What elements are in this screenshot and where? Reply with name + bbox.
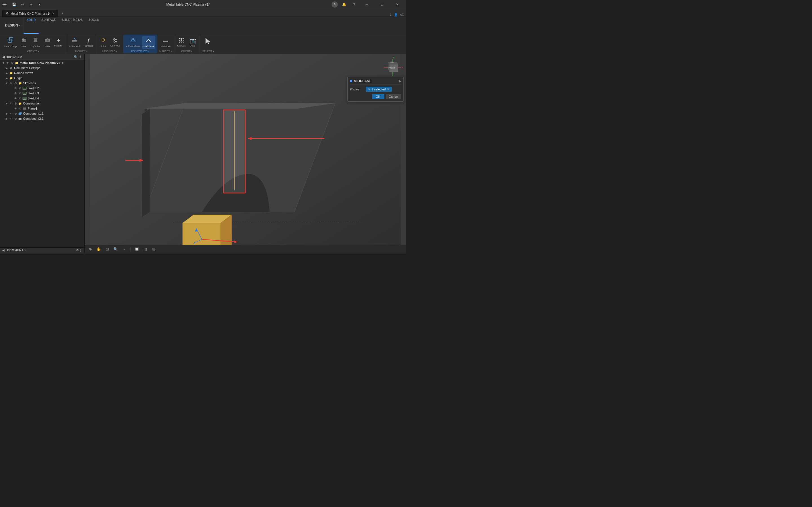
tree-arrow-doc[interactable]: ▶	[4, 66, 9, 69]
sketch2-settings-icon[interactable]: ⚙	[18, 86, 22, 90]
eye-icon[interactable]: 👁	[6, 61, 10, 65]
browser-more-icon[interactable]: ⋮	[79, 55, 82, 59]
tree-item-sketch4[interactable]: ▶ 👁 ⚙ Sketch4	[0, 96, 84, 101]
construction-eye-icon[interactable]: 👁	[9, 101, 13, 105]
app-menu-icon[interactable]	[0, 2, 9, 7]
sketch3-eye-icon[interactable]: 👁	[13, 91, 17, 95]
select-btn[interactable]	[203, 37, 214, 48]
tree-item-sketch3[interactable]: ▶ 👁 ⚙ Sketch3	[0, 91, 84, 96]
plane1-settings-icon[interactable]: ⚙	[18, 107, 22, 110]
more-icon[interactable]: ▾	[36, 1, 43, 8]
comp1-eye-icon[interactable]: 👁	[9, 112, 13, 115]
sketch4-settings-icon[interactable]: ⚙	[18, 96, 22, 100]
save-icon[interactable]: 💾	[10, 1, 18, 8]
pattern-btn[interactable]: ✦ Pattern	[53, 37, 64, 48]
tree-item-plane1[interactable]: ▶ 👁 ⚙ Plane1	[0, 106, 84, 111]
decal-btn[interactable]: 📷 Decal	[188, 37, 198, 48]
press-pull-btn[interactable]: Press Pull	[68, 36, 82, 49]
maximize-btn[interactable]: □	[375, 0, 389, 9]
display-mode-btn[interactable]: 🔲	[133, 246, 140, 252]
box-btn[interactable]: Box	[19, 36, 29, 49]
tree-item-doc-settings[interactable]: ▶ ⚙ Document Settings	[0, 65, 84, 70]
plane1-eye-icon[interactable]: 👁	[13, 107, 17, 110]
settings-icon[interactable]: ⚙	[10, 61, 14, 65]
snap-btn[interactable]: ⊕	[87, 246, 94, 252]
svg-text:FRONT: FRONT	[389, 67, 396, 69]
tree-arrow-sketches[interactable]: ▼	[4, 82, 9, 85]
canvas-btn[interactable]: 🖼 Canvas	[176, 37, 188, 48]
tab-solid[interactable]: SOLID	[24, 17, 39, 34]
vis-btn[interactable]: ◫	[142, 246, 149, 252]
tree-item-root[interactable]: ▼ 👁 ⚙ 📁 Metal Table CNC Plasma v1 ⏺	[0, 60, 84, 65]
tree-arrow-comp2[interactable]: ▶	[4, 117, 9, 120]
midplane-btn[interactable]: Midplane	[142, 36, 155, 49]
zoom-dropdown-icon[interactable]: ▾	[121, 246, 128, 252]
close-btn[interactable]: ✕	[391, 0, 404, 9]
tab-sheet-metal[interactable]: SHEET METAL	[59, 17, 86, 34]
tree-item-origin[interactable]: ▶ 📁 Origin	[0, 75, 84, 80]
comments-expand-icon[interactable]: ◀	[2, 249, 5, 252]
grid-btn[interactable]: ⊞	[150, 246, 157, 252]
cylinder-btn[interactable]: Cylinder	[30, 36, 42, 49]
help-icon[interactable]: ?	[350, 1, 358, 8]
sketches-settings-icon[interactable]: ⚙	[13, 81, 17, 85]
tree-item-component1[interactable]: ▶ 👁 ⚙ Component1:1	[0, 111, 84, 116]
tab-surface[interactable]: SURFACE	[39, 17, 59, 34]
undo-icon[interactable]: ↩	[18, 1, 27, 8]
view-cube[interactable]: Y X FRONT TOP	[381, 56, 404, 79]
zoom-btn[interactable]: 🔍	[112, 246, 119, 252]
browser-search-icon[interactable]: 🔍	[74, 55, 78, 59]
design-btn[interactable]: DESIGN ▾	[2, 17, 24, 34]
measure-btn[interactable]: Measure	[159, 36, 172, 49]
account-icon[interactable]: 👤	[394, 13, 398, 17]
notification-icon[interactable]: 🔔	[340, 1, 348, 8]
tree-item-sketches[interactable]: ▼ 👁 ⚙ 📁 Sketches	[0, 80, 84, 86]
comp1-settings-icon[interactable]: ⚙	[13, 112, 17, 115]
selected-chip[interactable]: ↖ 2 selected ✕	[366, 87, 392, 92]
tree-item-construction[interactable]: ▼ 👁 ⚙ 📁 Construction	[0, 101, 84, 106]
ok-btn[interactable]: OK	[372, 94, 384, 99]
connect-btn[interactable]: ⛓ Connect	[109, 37, 121, 48]
tree-arrow-named[interactable]: ▶	[4, 71, 9, 75]
tree-arrow-comp1[interactable]: ▶	[4, 112, 9, 115]
title: Metal Table CNC Plasma v1*	[45, 3, 332, 6]
tree-item-component2[interactable]: ▶ 👁 ⚙ Component2:1	[0, 116, 84, 121]
sketch4-eye-icon[interactable]: 👁	[13, 96, 17, 100]
design-dropdown-icon: ▾	[19, 24, 20, 27]
viewport: Y X FRONT TOP MIDPLANE ▶ Planes ↖	[85, 54, 406, 253]
browser-collapse-icon[interactable]: ◀	[2, 55, 4, 59]
comments-settings-icon[interactable]: ⚙	[76, 249, 79, 252]
sketch3-settings-icon[interactable]: ⚙	[18, 91, 22, 95]
formula-btn[interactable]: ƒ Formula	[82, 37, 94, 48]
insert-label: INSERT ▾	[181, 49, 193, 53]
user-avatar[interactable]: A	[332, 1, 338, 8]
zoom-fit-btn[interactable]: ⊡	[104, 246, 110, 252]
chip-clear-icon[interactable]: ✕	[387, 87, 390, 91]
midplane-expand-icon[interactable]: ▶	[399, 79, 401, 83]
comp2-eye-icon[interactable]: 👁	[9, 117, 13, 121]
joint-btn[interactable]: Joint	[98, 36, 108, 49]
redo-icon[interactable]: ↪	[27, 1, 35, 8]
browser-title: BROWSER	[6, 55, 22, 59]
construction-settings-icon[interactable]: ⚙	[13, 101, 17, 105]
sketch2-eye-icon[interactable]: 👁	[13, 86, 17, 90]
hole-btn[interactable]: Hole	[42, 36, 52, 49]
tree-arrow-construction[interactable]: ▼	[4, 102, 9, 105]
minimize-btn[interactable]: ─	[360, 0, 373, 9]
tree-arrow-root[interactable]: ▼	[1, 61, 6, 64]
tree-arrow-origin[interactable]: ▶	[4, 76, 9, 80]
tree-item-sketch2[interactable]: ▶ 👁 ⚙ Sketch2	[0, 86, 84, 91]
tab-tools[interactable]: TOOLS	[86, 17, 102, 34]
comments-more-icon[interactable]: ⋮	[79, 249, 82, 252]
new-component-btn[interactable]: New Comp	[3, 36, 18, 49]
joint-icon	[100, 37, 106, 45]
sketches-eye-icon[interactable]: 👁	[9, 81, 13, 85]
comp2-settings-icon[interactable]: ⚙	[13, 117, 17, 121]
tab-metal-table[interactable]: ⚙ Metal Table CNC Plasma v1* ✕	[2, 10, 58, 17]
cancel-btn[interactable]: Cancel	[386, 94, 401, 99]
pan-btn[interactable]: ✋	[95, 246, 102, 252]
offset-plane-btn[interactable]: Offset Plane	[125, 36, 142, 49]
new-tab-btn[interactable]: +	[59, 10, 66, 17]
tree-item-named-views[interactable]: ▶ 📁 Named Views	[0, 70, 84, 75]
tab-close-icon[interactable]: ✕	[52, 12, 54, 15]
